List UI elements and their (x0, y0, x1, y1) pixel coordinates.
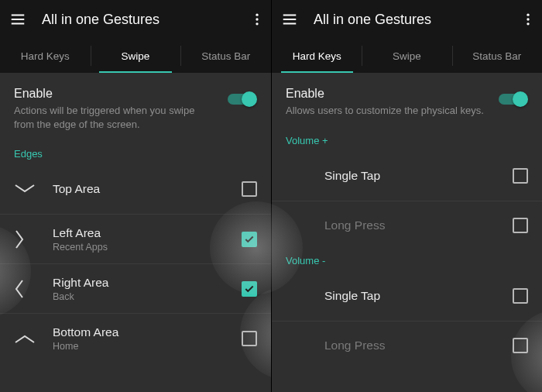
tab-bar: Hard Keys Swipe Status Bar (0, 39, 271, 73)
arrow-left-icon (14, 278, 53, 300)
volminus-long-press[interactable]: Long Press (272, 321, 542, 370)
arrow-right-icon (14, 229, 53, 250)
hamburger-icon[interactable] (9, 11, 26, 28)
app-bar: All in one Gestures (0, 0, 271, 39)
svg-point-1 (256, 18, 258, 20)
checkbox[interactable] (513, 338, 528, 353)
enable-title: Enable (14, 87, 217, 101)
edge-row-top[interactable]: Top Area (0, 164, 271, 214)
enable-switch[interactable] (228, 91, 257, 107)
section-label-edges: Edges (0, 143, 271, 164)
pane-swipe: All in one Gestures Hard Keys Swipe Stat… (0, 0, 271, 392)
hamburger-icon[interactable] (281, 11, 298, 28)
enable-desc: Actions will be triggered when you swipe… (14, 104, 217, 131)
checkbox[interactable] (242, 232, 257, 247)
svg-point-4 (527, 18, 529, 20)
checkbox[interactable] (513, 288, 528, 304)
volplus-long-press[interactable]: Long Press (272, 201, 542, 250)
tab-bar: Hard Keys Swipe Status Bar (272, 39, 542, 73)
tab-status-bar[interactable]: Status Bar (452, 39, 542, 73)
content-area: Enable Actions will be triggered when yo… (0, 73, 271, 392)
enable-desc: Allows users to customize the physical k… (286, 104, 488, 118)
checkbox[interactable] (242, 281, 257, 297)
edge-row-left[interactable]: Left AreaRecent Apps (0, 214, 271, 263)
tab-hard-keys[interactable]: Hard Keys (272, 39, 362, 73)
enable-switch[interactable] (499, 91, 528, 107)
enable-row[interactable]: Enable Actions will be triggered when yo… (0, 73, 271, 143)
section-label-volume-minus: Volume - (272, 250, 542, 271)
svg-point-0 (256, 14, 258, 16)
app-title: All in one Gestures (314, 12, 505, 28)
checkbox[interactable] (242, 331, 257, 346)
volminus-single-tap[interactable]: Single Tap (272, 271, 542, 321)
checkbox[interactable] (242, 181, 257, 197)
volplus-single-tap[interactable]: Single Tap (272, 151, 542, 201)
enable-row[interactable]: Enable Allows users to customize the phy… (272, 73, 542, 130)
svg-point-5 (527, 22, 529, 25)
app-bar: All in one Gestures (272, 0, 542, 39)
arrow-down-icon (14, 184, 53, 194)
pane-hardkeys: All in one Gestures Hard Keys Swipe Stat… (271, 0, 542, 392)
checkbox[interactable] (513, 218, 528, 233)
section-label-volume-plus: Volume + (272, 130, 542, 151)
edge-row-bottom[interactable]: Bottom AreaHome (0, 313, 271, 363)
checkbox[interactable] (513, 168, 528, 184)
tab-hard-keys[interactable]: Hard Keys (0, 39, 91, 73)
content-area: Enable Allows users to customize the phy… (272, 73, 542, 392)
svg-point-3 (527, 14, 529, 16)
arrow-up-icon (14, 333, 53, 344)
overflow-icon[interactable] (249, 12, 265, 27)
edge-row-right[interactable]: Right AreaBack (0, 263, 271, 313)
enable-title: Enable (286, 87, 488, 101)
tab-swipe[interactable]: Swipe (362, 39, 451, 73)
overflow-icon[interactable] (520, 12, 536, 27)
svg-point-2 (256, 22, 258, 25)
tab-status-bar[interactable]: Status Bar (180, 39, 271, 73)
app-title: All in one Gestures (42, 12, 234, 28)
tab-swipe[interactable]: Swipe (91, 39, 181, 73)
